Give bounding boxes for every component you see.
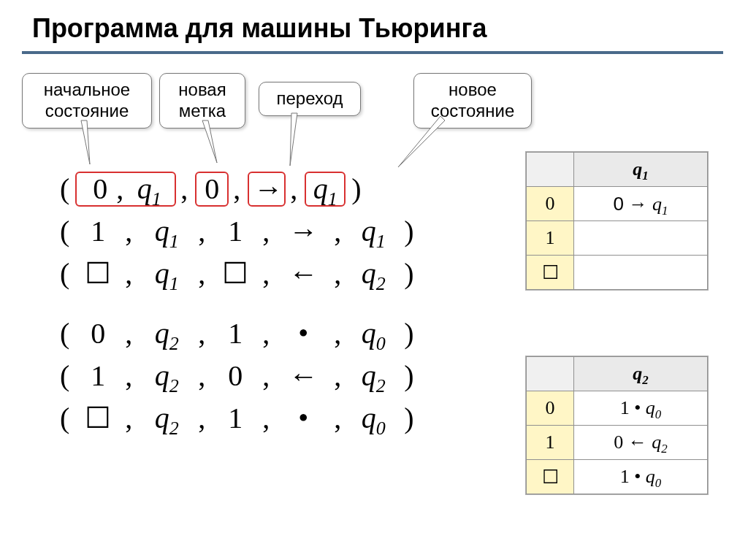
callout-label: переход [276,88,343,108]
highlight-new-mark: 0 [195,172,229,207]
table-row: ☐ 1 • q0 [527,460,708,494]
table-row: 0 1 • q0 [527,391,708,426]
title-rule [22,51,723,54]
table-row: ☐ [527,256,708,290]
tuple-row: ( ☐, q2, 1, •, q0 ) [58,397,416,440]
table-row: 1 0 ← q2 [527,426,708,460]
highlight-new-state: q1 [305,172,346,207]
callout-initial-state: начальное состояние [22,73,152,129]
callout-arrow-icon [74,120,103,172]
table-corner [527,357,574,391]
callout-transition: переход [259,82,361,116]
transition-table-q1: q1 0 0 → q1 1 ☐ [526,152,708,290]
callout-arrow-icon [284,113,313,172]
tuples-list: ( 0, q1 , 0 , → , q1 ) ( 1, q1, 1, →, q1… [58,168,416,440]
tuple-row: ( 0, q1 , 0 , → , q1 ) [58,168,416,210]
tuple-row: ( 1, q2, 0, ←, q2 ) [58,355,416,397]
callout-label: новое состояние [431,80,515,120]
page-title: Программа для машины Тьюринга [32,13,486,44]
callout-new-mark: новая метка [159,73,245,129]
tuple-row: ( 0, q2, 1, •, q0 ) [58,312,416,355]
tuple-row: ( ☐, q1, ☐, ←, q2 ) [58,253,416,295]
callout-arrow-icon [196,120,226,172]
table-row: 1 [527,221,708,256]
callout-label: новая метка [178,80,226,120]
table-corner [527,153,574,187]
table-row: 0 0 → q1 [527,187,708,221]
table-state-header: q1 [574,153,708,187]
highlight-move: → [248,172,286,207]
callout-arrow-icon [392,116,451,174]
transition-table-q2: q2 0 1 • q0 1 0 ← q2 ☐ 1 • q0 [526,356,708,494]
callout-new-state: новое состояние [413,73,532,129]
table-state-header: q2 [574,357,708,391]
callout-label: начальное состояние [44,80,130,120]
highlight-initial: 0, q1 [75,172,176,207]
tuple-row: ( 1, q1, 1, →, q1 ) [58,210,416,253]
